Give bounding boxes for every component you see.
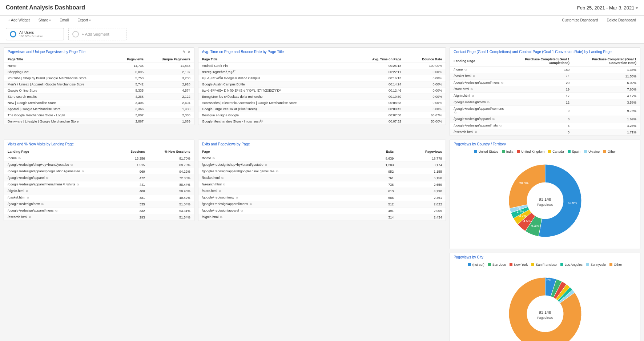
external-link-icon[interactable]: ⧉	[213, 157, 215, 160]
legend-item[interactable]: Ukraine	[584, 150, 600, 153]
external-link-icon[interactable]: ⧉	[55, 209, 57, 212]
legend-item[interactable]: United States	[474, 150, 498, 153]
external-link-icon[interactable]: ⧉	[492, 117, 495, 121]
table-row[interactable]: Apparel | Google Merchandise Store3,3661…	[4, 106, 194, 112]
table-row[interactable]: æ¤œç´¢çµæžœã‚'ä¿å­˜00:22:110.00%	[198, 69, 446, 75]
table-row[interactable]: /google+redesign/apparel/mens ⧉33253.31%	[4, 208, 194, 214]
table-row[interactable]: /asearch.html ⧉29351.54%	[4, 214, 194, 221]
export-button[interactable]: Export	[75, 17, 93, 23]
table-row[interactable]: êµ¬ê¸€ìºí¼ìŠ¤ Ð Ñ‡Ð¸Ðº íŠ¸ë ˆì´Ð²Ñ‚ íŽ˜ì…	[198, 88, 446, 94]
table-row[interactable]: /google+redesign/apparel/womens ⧉99.78%	[450, 106, 640, 116]
legend-item[interactable]: Other	[603, 150, 616, 153]
legend-item[interactable]: Los Angeles	[560, 263, 583, 266]
legend-item[interactable]: Other	[609, 263, 622, 266]
external-link-icon[interactable]: ⧉	[454, 111, 456, 114]
external-link-icon[interactable]: ⧉	[501, 81, 503, 84]
table-row[interactable]: /store.html ⧉6134,290	[198, 188, 446, 194]
external-link-icon[interactable]: ⧉	[499, 124, 502, 127]
external-link-icon[interactable]: ⧉	[241, 209, 243, 212]
close-icon[interactable]: ✕	[188, 50, 190, 54]
table-row[interactable]: Store search results4,2682,122	[4, 94, 194, 100]
external-link-icon[interactable]: ⧉	[473, 75, 475, 78]
table-row[interactable]: /google+redesign/apparel/hats ⧉64.26%	[450, 123, 640, 129]
table-row[interactable]: /google+redesign/apparel/google+dino+gam…	[198, 168, 446, 175]
external-link-icon[interactable]: ⧉	[221, 176, 224, 180]
table-row[interactable]: /google+redesign/new ⧉33551.04%	[4, 201, 194, 208]
table-row[interactable]: /google+redesign/apparel ⧉47272.03%	[4, 175, 194, 181]
table-row[interactable]: Enregistrer les rÃ©sultats de la recherc…	[198, 94, 446, 100]
external-link-icon[interactable]: ⧉	[464, 68, 467, 71]
legend-item[interactable]: Spain	[568, 150, 580, 153]
external-link-icon[interactable]: ⧉	[77, 183, 79, 186]
donut-slice[interactable]	[509, 277, 581, 341]
table-row[interactable]: /google+redesign/apparel ⧉4912,009	[198, 208, 446, 214]
table-row[interactable]: /google+redesign/shop+by+brand/youtube ⧉…	[4, 162, 194, 168]
table-row[interactable]: êµ¬ê¸€ìºí¼ìŠ¤ Google Kirkland Campus00:1…	[198, 75, 446, 81]
table-row[interactable]: New | Google Merchandise Store3,4062,404	[4, 100, 194, 106]
table-row[interactable]: /asearch.html ⧉7362,659	[198, 181, 446, 188]
widget-title[interactable]: Pageviews by Country / Territory	[454, 142, 506, 146]
external-link-icon[interactable]: ⧉	[472, 94, 474, 97]
table-row[interactable]: /asearch.html ⧉51.71%	[450, 129, 640, 136]
external-link-icon[interactable]: ⧉	[265, 163, 267, 167]
table-row[interactable]: Men's / Unisex | Apparel | Google Mercha…	[4, 81, 194, 88]
legend-item[interactable]: San Francisco	[531, 263, 557, 266]
table-row[interactable]: Google Merchandise Store - Iniciar sesiÃ…	[198, 119, 446, 125]
table-row[interactable]: /home ⧉8,63918,779	[198, 155, 446, 162]
external-link-icon[interactable]: ⧉	[487, 101, 490, 104]
external-link-icon[interactable]: ⧉	[71, 163, 73, 167]
table-row[interactable]: Home14,73511,833	[4, 63, 194, 69]
external-link-icon[interactable]: ⧉	[82, 170, 84, 173]
widget-title[interactable]: Exits and Pageviews by Page	[202, 142, 250, 146]
table-row[interactable]: Google Online Store5,3354,574	[4, 88, 194, 94]
table-row[interactable]: Android Geek Pin00:25:18100.00%	[198, 63, 446, 69]
table-row[interactable]: /google+redesign/apparel ⧉81.69%	[450, 116, 640, 123]
table-row[interactable]: /google+redesign/new ⧉5862,461	[198, 194, 446, 201]
legend-item[interactable]: San Jose	[488, 263, 506, 266]
table-row[interactable]: /basket.html ⧉38140.42%	[4, 194, 194, 201]
table-row[interactable]: /google+redesign/apparel/mens/mens+t+shi…	[4, 181, 194, 188]
widget-title[interactable]: Contact Page (Goal 1 Completions) and Co…	[454, 50, 612, 54]
table-row[interactable]: /home ⧉1801.36%	[450, 67, 640, 73]
table-row[interactable]: Shopping Cart6,0952,107	[4, 69, 194, 75]
external-link-icon[interactable]: ⧉	[236, 196, 238, 199]
widget-title[interactable]: Avg. Time on Page and Bounce Rate by Pag…	[202, 50, 284, 54]
table-row[interactable]: /google+redesign/new ⧉123.58%	[450, 99, 640, 106]
table-row[interactable]: /google+redesign/shop+by+brand/youtube ⧉…	[198, 162, 446, 168]
widget-title[interactable]: Visits and % New Visits by Landing Page	[8, 142, 74, 146]
legend-item[interactable]: United Kingdom	[517, 150, 544, 153]
external-link-icon[interactable]: ⧉	[220, 216, 222, 219]
table-row[interactable]: YouTube | Shop by Brand | Google Merchan…	[4, 75, 194, 81]
customize-dashboard-button[interactable]: Customize Dashboard	[560, 17, 600, 23]
legend-item[interactable]: (not set)	[468, 263, 484, 266]
external-link-icon[interactable]: ⧉	[29, 216, 31, 219]
share-button[interactable]: Share	[36, 17, 53, 23]
table-row[interactable]: Drinkware | Lifestyle | Google Merchandi…	[4, 119, 194, 125]
external-link-icon[interactable]: ⧉	[27, 196, 29, 199]
external-link-icon[interactable]: ⧉	[475, 131, 477, 134]
table-row[interactable]: The Google Merchandise Store - Log In3,0…	[4, 112, 194, 119]
external-link-icon[interactable]: ⧉	[19, 157, 21, 160]
table-row[interactable]: /store.html ⧉197.60%	[450, 86, 640, 93]
table-row[interactable]: /google+redesign/apparel/mens ⧉5122,822	[198, 201, 446, 208]
table-row[interactable]: /signin.html ⧉3142,434	[198, 214, 446, 221]
table-row[interactable]: Google Austin Campus Bottle00:14:240.00%	[198, 81, 446, 88]
edit-icon[interactable]: ✎	[182, 50, 185, 54]
table-row[interactable]: Google Large Pet Collar (Blue/Green)00:0…	[198, 106, 446, 112]
date-range-picker[interactable]: Feb 25, 2021 - Mar 3, 2021	[577, 5, 638, 11]
table-row[interactable]: /home ⧉13,25681.70%	[4, 155, 194, 162]
external-link-icon[interactable]: ⧉	[250, 202, 252, 206]
table-row[interactable]: Boutique en ligne Google00:07:3866.67%	[198, 112, 446, 119]
external-link-icon[interactable]: ⧉	[276, 170, 278, 173]
external-link-icon[interactable]: ⧉	[223, 183, 225, 186]
external-link-icon[interactable]: ⧉	[219, 189, 221, 193]
widget-title[interactable]: Pageviews and Unique Pageviews by Page T…	[8, 50, 85, 54]
table-row[interactable]: Accessories | Electronic Accessories | G…	[198, 100, 446, 106]
segment-all-users[interactable]: All Users 100.00% Sessions	[6, 28, 64, 40]
legend-item[interactable]: New York	[510, 263, 528, 266]
table-row[interactable]: /signin.html ⧉40850.98%	[4, 188, 194, 194]
external-link-icon[interactable]: ⧉	[471, 88, 473, 91]
table-row[interactable]: /basket.html ⧉4411.55%	[450, 73, 640, 80]
legend-item[interactable]: India	[502, 150, 514, 153]
table-row[interactable]: /google+redesign/apparel/mens ⧉206.02%	[450, 80, 640, 86]
